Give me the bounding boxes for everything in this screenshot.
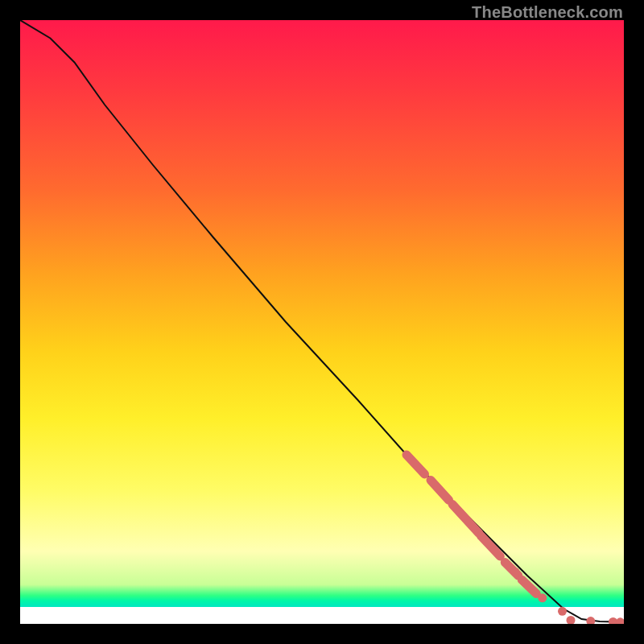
marker-point [616, 617, 624, 624]
attribution-watermark: TheBottleneck.com [472, 3, 623, 22]
chart-frame: TheBottleneck.com [0, 0, 644, 644]
curve-layer [20, 20, 624, 622]
marker-segment [407, 455, 425, 474]
plot-area [20, 20, 624, 624]
marker-segment [431, 481, 449, 501]
marker-point [511, 568, 520, 576]
bottleneck-curve [20, 20, 624, 622]
marker-point [538, 593, 547, 602]
marker-point [586, 617, 595, 624]
marker-segment [452, 505, 479, 534]
chart-overlay [20, 20, 624, 624]
marker-point [567, 616, 576, 624]
marker-point [558, 607, 567, 616]
